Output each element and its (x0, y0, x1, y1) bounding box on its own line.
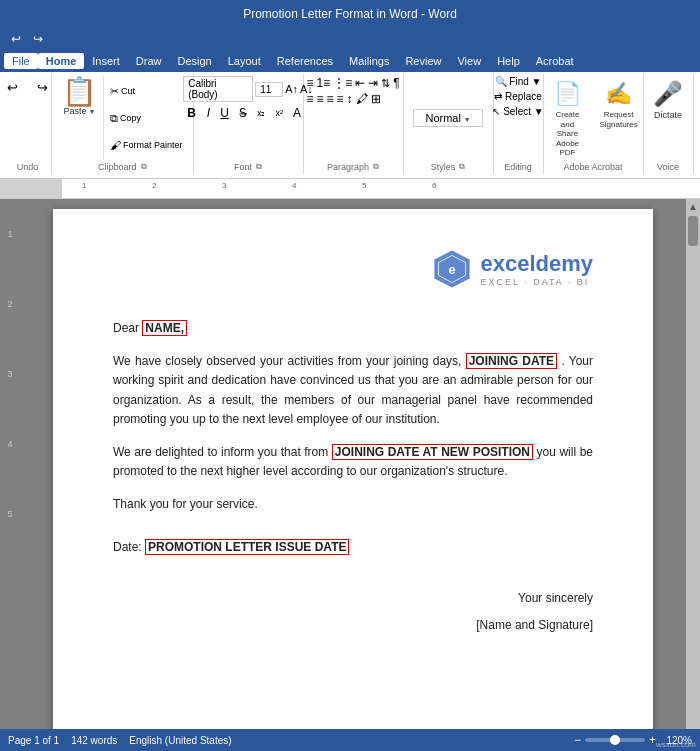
dear-line: Dear NAME, (113, 319, 593, 338)
decrease-indent-btn[interactable]: ⇤ (355, 76, 365, 90)
para1-text: We have closely observed your activities… (113, 354, 461, 368)
editing-group: 🔍 Find ▼ ⇄ Replace ↖ Select ▼ Editing (494, 74, 544, 174)
create-pdf-btn[interactable]: 📄 Create and Share Adobe PDF (546, 76, 589, 160)
select-btn[interactable]: ↖ Select ▼ (492, 106, 543, 117)
undo-quick-btn[interactable]: ↩ (8, 31, 24, 47)
cut-btn[interactable]: ✂ Cut (108, 84, 185, 99)
zoom-out-btn[interactable]: − (574, 733, 581, 747)
underline-btn[interactable]: U (217, 105, 232, 121)
dear-text: Dear (113, 321, 139, 335)
document-page[interactable]: e exceldemy EXCEL · DATA · BI Dear NAME, (53, 209, 653, 751)
bold-btn[interactable]: B (183, 104, 200, 122)
font-name-selector[interactable]: Calibri (Body) (183, 76, 253, 102)
font-expand-btn[interactable]: ⧉ (256, 162, 262, 172)
shading-btn[interactable]: 🖍 (356, 92, 368, 106)
line-spacing-btn[interactable]: ↕ (347, 92, 353, 106)
menu-references[interactable]: References (269, 53, 341, 69)
sort-btn[interactable]: ⇅ (381, 77, 390, 90)
numbering-btn[interactable]: 1≡ (316, 76, 330, 90)
date-label: Date: (113, 540, 142, 554)
text-color-btn[interactable]: A (290, 105, 304, 121)
copy-btn[interactable]: ⧉ Copy (108, 111, 185, 126)
zoom-slider[interactable] (585, 738, 645, 742)
menu-draw[interactable]: Draw (128, 53, 170, 69)
bullets-btn[interactable]: ≡ (306, 76, 313, 90)
menu-acrobat[interactable]: Acrobat (528, 53, 582, 69)
replace-btn[interactable]: ⇄ Replace (494, 91, 541, 102)
styles-group: Normal ▼ Styles ⧉ (404, 74, 494, 174)
font-size-selector[interactable]: 11 (255, 82, 283, 97)
show-marks-btn[interactable]: ¶ (393, 76, 399, 90)
request-signatures-btn[interactable]: ✍ Request Signatures (597, 76, 640, 131)
margin-num-3: 3 (7, 369, 12, 379)
new-position-field: JOINING DATE AT NEW POSITION (332, 444, 533, 460)
find-btn[interactable]: 🔍 Find ▼ (495, 76, 542, 87)
language-indicator[interactable]: English (United States) (129, 735, 231, 746)
margin-num-4: 4 (7, 439, 12, 449)
zoom-in-btn[interactable]: + (649, 733, 656, 747)
increase-indent-btn[interactable]: ⇥ (368, 76, 378, 90)
request-sign-label: Request Signatures (599, 110, 637, 129)
italic-btn[interactable]: I (204, 105, 213, 121)
strikethrough-btn[interactable]: S̶ (236, 105, 250, 121)
paste-dropdown-arrow[interactable]: ▼ (89, 108, 96, 115)
format-painter-icon: 🖌 (110, 139, 121, 151)
status-bar: Page 1 of 1 142 words English (United St… (0, 729, 700, 751)
logo-text: exceldemy EXCEL · DATA · BI (480, 251, 593, 287)
format-painter-btn[interactable]: 🖌 Format Painter (108, 138, 185, 152)
ruler-active-area: 1 2 3 4 5 6 (62, 179, 700, 198)
closing-text: Your sincerely (113, 588, 593, 610)
menu-design[interactable]: Design (169, 53, 219, 69)
redo-quick-btn[interactable]: ↪ (30, 31, 46, 47)
zoom-slider-thumb[interactable] (610, 735, 620, 745)
menu-insert[interactable]: Insert (84, 53, 128, 69)
title-bar: Promotion Letter Format in Word - Word (0, 0, 700, 28)
margin-num-2: 2 (7, 299, 12, 309)
justify-btn[interactable]: ≡ (337, 92, 344, 106)
styles-expand-btn[interactable]: ⧉ (459, 162, 465, 172)
menu-home[interactable]: Home (38, 53, 85, 69)
center-btn[interactable]: ≡ (316, 92, 323, 106)
clipboard-expand-btn[interactable]: ⧉ (141, 162, 147, 172)
copy-label: Copy (120, 113, 141, 123)
styles-gallery[interactable]: Normal ▼ (413, 109, 483, 127)
borders-btn[interactable]: ⊞ (371, 92, 381, 106)
thank-you-text: Thank you for your service. (113, 497, 258, 511)
align-right-btn[interactable]: ≡ (326, 92, 333, 106)
dictate-label: Dictate (654, 110, 682, 121)
joining-date-field: JOINING DATE (466, 353, 557, 369)
ribbon: ↩ ↪ Undo 📋 Paste ▼ (0, 72, 700, 179)
subscript-btn[interactable]: x₂ (254, 107, 269, 119)
superscript-btn[interactable]: x² (272, 107, 286, 119)
left-margin-bar: 1 2 3 4 5 (0, 199, 20, 751)
signature-area: Your sincerely [Name and Signature] (113, 588, 593, 637)
menu-bar: File Home Insert Draw Design Layout Refe… (0, 50, 700, 72)
paste-btn[interactable]: 📋 Paste ▼ (56, 76, 104, 160)
menu-mailings[interactable]: Mailings (341, 53, 397, 69)
menu-layout[interactable]: Layout (220, 53, 269, 69)
menu-help[interactable]: Help (489, 53, 528, 69)
ruler-left-margin (0, 179, 62, 198)
margin-num-5: 5 (7, 509, 12, 519)
paragraph-expand-btn[interactable]: ⧉ (373, 162, 379, 172)
paragraph-group-label: Paragraph (327, 162, 369, 172)
adobe-acrobat-label: Adobe Acrobat (564, 162, 623, 172)
editor-group: ✏️ Editor Editor (694, 74, 700, 174)
para2-start: We are delighted to inform you that from (113, 445, 328, 459)
menu-review[interactable]: Review (397, 53, 449, 69)
menu-file[interactable]: File (4, 53, 38, 69)
multilevel-btn[interactable]: ⋮≡ (333, 76, 352, 90)
clipboard-group: 📋 Paste ▼ ✂ Cut ⧉ Copy (52, 74, 194, 174)
scrollbar-thumb[interactable] (688, 216, 698, 246)
main-area: 1 2 3 4 5 e exceldemy EXC (0, 199, 700, 751)
dictate-icon: 🎤 (652, 78, 684, 110)
undo-btn[interactable]: ↩ (0, 76, 26, 98)
align-left-btn[interactable]: ≡ (306, 92, 313, 106)
scrollbar[interactable]: ▲ ▼ (686, 199, 700, 751)
font-group: Calibri (Body) 11 A↑ A↓ B I U S̶ x₂ x² A… (194, 74, 304, 174)
ruler-tick-3: 3 (222, 181, 226, 190)
menu-view[interactable]: View (449, 53, 489, 69)
margin-num-1: 1 (7, 229, 12, 239)
font-grow-btn[interactable]: A↑ (285, 83, 298, 95)
dictate-btn[interactable]: 🎤 Dictate (648, 76, 688, 123)
